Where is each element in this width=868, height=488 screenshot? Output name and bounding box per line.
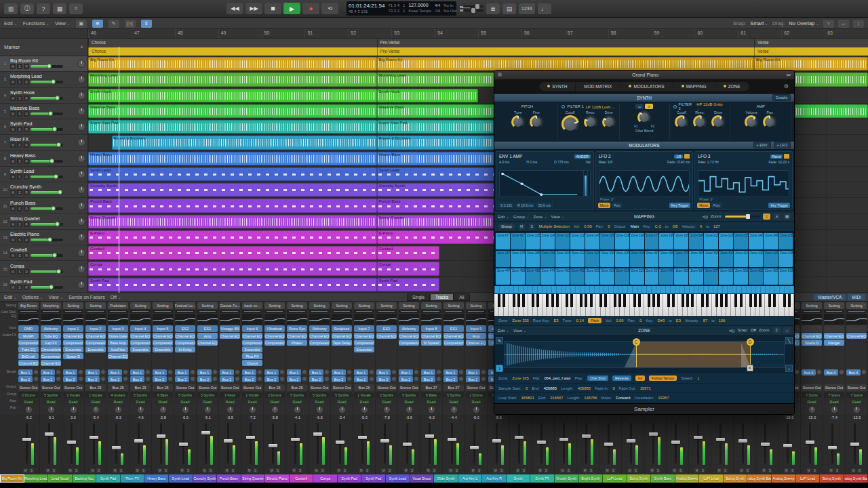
fader-cap[interactable] xyxy=(313,432,322,436)
input-slot[interactable] xyxy=(824,325,844,332)
strip-mute-button[interactable]: M xyxy=(627,468,632,473)
region-synth-hook[interactable]: Synth Hook xyxy=(88,89,377,102)
piano-black-key[interactable] xyxy=(657,294,660,307)
zone-cell[interactable]: Zone 249 xyxy=(764,233,778,249)
lfo3-fade[interactable]: Fade: 10.22 s xyxy=(768,160,789,165)
strip-solo-button[interactable]: S xyxy=(521,468,526,473)
record-enable-button[interactable]: R xyxy=(24,79,29,85)
send-slot[interactable]: Bus 1 xyxy=(63,369,83,375)
region-super-saw-pad[interactable]: Super Saw Pad xyxy=(377,120,494,134)
piano-black-key[interactable] xyxy=(633,294,636,307)
send-slot[interactable]: Bus 2 xyxy=(264,376,285,382)
strip-mute-button[interactable]: M xyxy=(605,468,610,473)
fx-slot[interactable]: Ensemble xyxy=(354,346,374,352)
fader-cap[interactable] xyxy=(515,436,524,439)
track-volume-slider[interactable] xyxy=(31,160,63,163)
zoom-h-icon[interactable]: ↔ xyxy=(838,20,849,28)
group-slot[interactable]: 7 Sums xyxy=(802,392,822,398)
fx-slot[interactable]: St Delay xyxy=(175,346,195,352)
fx-slot[interactable]: Compressor xyxy=(153,340,173,346)
fader-strip[interactable]: MS xyxy=(510,415,532,474)
zone-cell[interactable]: Zone 267 xyxy=(496,251,510,267)
env-param[interactable]: S 0.231 xyxy=(498,203,514,208)
play-button[interactable]: ▶ xyxy=(283,3,300,14)
playhead[interactable] xyxy=(119,47,119,293)
mapping-menu-group[interactable]: Group xyxy=(513,215,529,219)
zoom-v-icon[interactable]: ↕ xyxy=(853,20,864,28)
env-param[interactable]: Vel xyxy=(586,160,591,165)
strip-solo-button[interactable]: S xyxy=(320,468,325,473)
filter-power-icon[interactable] xyxy=(673,105,677,108)
channel-strip[interactable]: SettingAlchemyChannel EQCompressorBus 1B… xyxy=(309,302,331,415)
eq-thumbnail[interactable] xyxy=(264,314,285,325)
mixer-menu-view[interactable]: View xyxy=(49,295,64,300)
send-knob[interactable] xyxy=(391,376,397,382)
field-value[interactable]: 0 xyxy=(608,224,610,228)
pan-knob[interactable] xyxy=(763,115,776,129)
eq-thumbnail[interactable] xyxy=(443,314,464,325)
field-value[interactable]: 0 xyxy=(526,386,528,390)
cutoff-knob[interactable] xyxy=(561,115,579,133)
track-header-punch-bass[interactable]: 11Punch BassMSR xyxy=(0,198,87,214)
send-slot[interactable]: Bus 1 xyxy=(466,369,486,375)
track-volume-slider[interactable] xyxy=(31,286,63,289)
arrangement-marker[interactable]: Chorus xyxy=(88,47,377,56)
output-slot[interactable]: Bus 25 xyxy=(153,384,173,391)
record-enable-button[interactable]: R xyxy=(24,64,29,69)
automation-mode-button[interactable]: Read xyxy=(108,399,128,405)
piano-black-key[interactable] xyxy=(691,294,694,307)
fader-cap[interactable] xyxy=(403,443,412,446)
zone-cell[interactable]: Zone 600 xyxy=(749,268,763,285)
fx-slot[interactable]: Channel EQ xyxy=(824,333,844,339)
piano-black-key[interactable] xyxy=(498,294,500,307)
eq-thumbnail[interactable] xyxy=(376,314,397,325)
fader-strip[interactable]: -7.2MS xyxy=(241,415,264,474)
strip-name-lofi-lead[interactable]: LoFi Lead xyxy=(603,474,627,483)
channel-setting-button[interactable]: Setting xyxy=(309,302,330,309)
drive-knob[interactable] xyxy=(711,115,725,129)
eq-thumbnail[interactable] xyxy=(175,314,195,325)
input-slot[interactable]: Alchemy xyxy=(309,325,330,332)
zone-cell[interactable]: Zone 384 xyxy=(689,251,703,267)
input-slot[interactable]: ES1 xyxy=(443,325,464,332)
zone-cell[interactable]: Zone 186 xyxy=(659,233,673,249)
mute-button[interactable]: M xyxy=(10,64,16,69)
field-value[interactable]: Main xyxy=(631,224,639,228)
track-volume-slider[interactable] xyxy=(31,144,63,146)
group-slot[interactable]: 5 Synths xyxy=(376,392,397,398)
strip-solo-button[interactable]: S xyxy=(29,468,34,473)
pan-knob[interactable] xyxy=(316,406,323,413)
send-knob[interactable] xyxy=(145,376,151,382)
eq-thumbnail[interactable] xyxy=(18,314,39,325)
tab-midi[interactable]: MIDI xyxy=(848,294,865,300)
send-slot[interactable]: Bus 1 xyxy=(242,369,262,375)
channel-strip[interactable]: SettingChannel EQSpace DBus 4Stereo Out7… xyxy=(801,302,823,415)
field-value[interactable]: G8 xyxy=(673,224,678,228)
zone-cell[interactable]: Zone 510 xyxy=(600,268,614,285)
channel-setting-button[interactable]: Festival Le... xyxy=(175,302,195,309)
strip-solo-button[interactable]: S xyxy=(275,468,280,473)
strip-solo-button[interactable]: S xyxy=(745,468,750,473)
fader-strip[interactable]: MS xyxy=(734,415,756,474)
field-value[interactable]: 0 xyxy=(639,319,642,323)
input-slot[interactable]: Input 3 xyxy=(108,325,128,332)
zone-cell[interactable]: Zone 375 xyxy=(674,251,688,267)
piano-black-key[interactable] xyxy=(706,294,709,307)
piano-black-key[interactable] xyxy=(720,294,723,307)
fx-slot[interactable]: Space D xyxy=(802,340,822,346)
pan-knob[interactable] xyxy=(361,406,368,413)
send-slot[interactable]: Bus 1 xyxy=(85,369,106,375)
tab-zone[interactable]: ZONE xyxy=(715,82,749,91)
automation-mode-button[interactable]: Read xyxy=(354,399,374,405)
group-slot[interactable]: 1 Vocals xyxy=(354,392,374,398)
output-slot[interactable]: Stereo Out xyxy=(41,384,61,391)
field-value[interactable]: E3 xyxy=(676,319,681,323)
strip-solo-button[interactable]: S xyxy=(387,468,392,473)
env1-amp-panel[interactable]: ENV 1 AMP AHDSR A 0 msH 0 msD 775 msVel … xyxy=(496,151,594,211)
send-knob[interactable] xyxy=(235,376,240,382)
send-knob[interactable] xyxy=(414,376,419,382)
send-knob[interactable] xyxy=(414,369,419,375)
region-conga[interactable]: Conga xyxy=(88,262,377,275)
track-header-big-room-kit[interactable]: 1Big Room KitMSR xyxy=(0,56,87,72)
send-knob[interactable] xyxy=(302,369,307,375)
